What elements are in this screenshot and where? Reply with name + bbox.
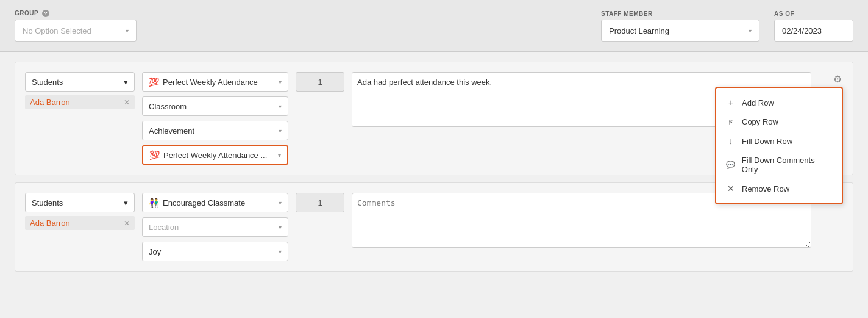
add-row-label: Add Row <box>742 98 774 107</box>
achievement-chevron-icon: ▾ <box>279 79 282 85</box>
sub1-chevron-icon: ▾ <box>279 103 282 110</box>
students-dropdown-2[interactable]: Students ▾ <box>25 193 135 212</box>
gear-button-1[interactable]: ⚙ <box>832 72 843 86</box>
achievement-col-1: 💯 Perfect Weekly Attendance ▾ Classroom … <box>142 72 288 165</box>
group-field: GROUP ? No Option Selected ▾ <box>15 10 137 42</box>
staff-member-select[interactable]: Product Learning ▾ <box>601 20 760 42</box>
staff-member-label: STAFF MEMBER <box>601 10 760 17</box>
students-col-1: Students ▾ Ada Barron ✕ <box>25 72 135 109</box>
quantity-input-2[interactable] <box>296 193 344 212</box>
top-bar: GROUP ? No Option Selected ▾ STAFF MEMBE… <box>0 0 868 52</box>
remove-row-label: Remove Row <box>742 184 789 193</box>
sub2-label-1: Achievement <box>149 126 279 136</box>
copy-row-icon: ⎘ <box>726 118 736 126</box>
menu-item-fill-down-comments[interactable]: 💬 Fill Down Comments Only <box>716 151 842 179</box>
fill-down-row-icon: ↓ <box>726 136 736 146</box>
sub2-chevron-icon: ▾ <box>279 128 282 134</box>
context-menu-1: + Add Row ⎘ Copy Row ↓ Fill Down Row 💬 F… <box>715 87 843 204</box>
table-row: Students ▾ Ada Barron ✕ 💯 Perfect Weekly… <box>15 62 853 175</box>
remove-row-icon: ✕ <box>726 184 736 193</box>
achievement-icon-2: 👫 <box>149 198 159 208</box>
help-icon: ? <box>42 10 49 17</box>
students-chevron-icon-2: ▾ <box>124 198 128 208</box>
as-of-label: AS OF <box>774 10 853 17</box>
achievement-chevron-icon-2: ▾ <box>279 200 282 206</box>
sub1-chevron-icon-2: ▾ <box>279 224 282 231</box>
copy-row-label: Copy Row <box>742 117 778 126</box>
sub-achievement-1b[interactable]: Achievement ▾ <box>142 121 288 140</box>
remove-student-2-icon[interactable]: ✕ <box>124 219 130 228</box>
achievement-icon-1: 💯 <box>149 77 159 87</box>
sub2-label-2: Joy <box>149 247 279 256</box>
fill-down-comments-icon: 💬 <box>726 161 736 169</box>
quantity-input-1[interactable] <box>296 72 344 92</box>
staff-member-field: STAFF MEMBER Product Learning ▾ <box>601 10 760 42</box>
student-name-2: Ada Barron <box>30 219 70 228</box>
menu-item-fill-down-row[interactable]: ↓ Fill Down Row <box>716 131 842 151</box>
menu-item-remove-row[interactable]: ✕ Remove Row <box>716 179 842 198</box>
quantity-col-1 <box>296 72 344 92</box>
primary-achievement-2[interactable]: 👫 Encouraged Classmate ▾ <box>142 193 288 212</box>
sub-achievement-2a[interactable]: Location ▾ <box>142 217 288 237</box>
sub-achievement-2b[interactable]: Joy ▾ <box>142 242 288 261</box>
student-name-1: Ada Barron <box>30 98 70 107</box>
sub-achievement-1c[interactable]: 💯 Perfect Weekly Attendance ... ▾ <box>142 145 288 165</box>
group-chevron-icon: ▾ <box>126 27 129 34</box>
achievement-label-2: Encouraged Classmate <box>163 198 279 208</box>
gear-col-1: ⚙ + Add Row ⎘ Copy Row ↓ Fill Down Row 💬… <box>819 72 843 86</box>
sub3-icon-1: 💯 <box>149 150 160 160</box>
fill-down-comments-label: Fill Down Comments Only <box>742 156 832 174</box>
students-col-2: Students ▾ Ada Barron ✕ <box>25 193 135 230</box>
student-tag-1: Ada Barron ✕ <box>25 95 135 109</box>
group-label: GROUP ? <box>15 10 137 17</box>
staff-chevron-icon: ▾ <box>749 27 752 34</box>
students-chevron-icon: ▾ <box>124 78 128 87</box>
as-of-date[interactable]: 02/24/2023 <box>774 20 853 42</box>
sub1-label-2: Location <box>149 223 279 232</box>
add-row-icon: + <box>726 98 736 107</box>
sub2-chevron-icon-2: ▾ <box>279 248 282 255</box>
primary-achievement-1[interactable]: 💯 Perfect Weekly Attendance ▾ <box>142 72 288 92</box>
sub-achievement-1a[interactable]: Classroom ▾ <box>142 96 288 116</box>
menu-item-add-row[interactable]: + Add Row <box>716 93 842 112</box>
remove-student-1-icon[interactable]: ✕ <box>124 98 130 107</box>
as-of-field: AS OF 02/24/2023 <box>774 10 853 42</box>
group-select[interactable]: No Option Selected ▾ <box>15 20 137 42</box>
students-dropdown-1[interactable]: Students ▾ <box>25 72 135 92</box>
achievement-label-1: Perfect Weekly Attendance <box>163 78 279 87</box>
sub3-label-1: Perfect Weekly Attendance ... <box>163 151 278 160</box>
student-tag-2: Ada Barron ✕ <box>25 216 135 230</box>
menu-item-copy-row[interactable]: ⎘ Copy Row <box>716 112 842 131</box>
quantity-col-2 <box>296 193 344 212</box>
fill-down-row-label: Fill Down Row <box>742 137 792 146</box>
sub1-label-1: Classroom <box>149 102 279 111</box>
achievement-col-2: 👫 Encouraged Classmate ▾ Location ▾ Joy … <box>142 193 288 261</box>
sub3-chevron-icon: ▾ <box>278 152 281 159</box>
main-content: Students ▾ Ada Barron ✕ 💯 Perfect Weekly… <box>0 52 868 281</box>
